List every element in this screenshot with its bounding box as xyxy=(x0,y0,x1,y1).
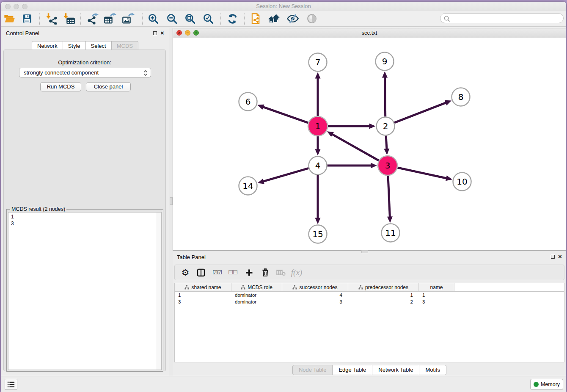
memory-button-label: Memory xyxy=(541,381,560,387)
unselect-all-icon[interactable]: ☐☐ xyxy=(226,266,239,279)
refresh-view-icon[interactable] xyxy=(225,12,239,25)
function-builder-icon: f(x) xyxy=(290,266,303,279)
zoom-out-icon[interactable] xyxy=(165,12,179,25)
tab-edge-table[interactable]: Edge Table xyxy=(333,365,372,375)
graph-node-label: 15 xyxy=(312,229,323,239)
export-image-icon[interactable] xyxy=(121,12,135,25)
table-row[interactable]: 3dominator323 xyxy=(175,298,564,305)
graph-edge-arrowhead xyxy=(371,163,377,168)
export-network-icon[interactable] xyxy=(85,12,100,25)
optimization-criterion-select[interactable]: strongly connected component xyxy=(19,68,151,77)
mcds-result-text: 1 3 xyxy=(11,213,14,227)
add-column-icon[interactable] xyxy=(242,266,256,279)
table-panel-float-icon[interactable] xyxy=(551,255,555,259)
panel-menu-button[interactable] xyxy=(5,379,17,390)
network-canvas[interactable]: 7968124314101511 xyxy=(173,38,566,250)
tab-network-table[interactable]: Network Table xyxy=(372,365,419,375)
graph-edge-2-9[interactable] xyxy=(385,76,385,116)
zoom-fit-icon[interactable] xyxy=(183,12,197,25)
graph-node-label: 8 xyxy=(458,92,464,102)
import-network-file-icon[interactable] xyxy=(44,12,59,25)
list-icon xyxy=(7,381,15,388)
open-file-icon[interactable] xyxy=(2,12,17,25)
control-panel-float-icon[interactable] xyxy=(153,31,157,35)
control-panel-title: Control Panel xyxy=(6,30,39,36)
table-panel-header: Table Panel × xyxy=(173,252,566,262)
column-header-label: name xyxy=(430,284,443,290)
table-cell[interactable]: 1 xyxy=(419,293,454,298)
clone-network-icon[interactable] xyxy=(248,12,263,25)
first-neighbors-icon[interactable] xyxy=(267,12,281,25)
network-view-titlebar[interactable]: × − + scc.txt xyxy=(173,28,566,38)
table-cell[interactable]: 1 xyxy=(348,293,419,298)
table-header-row: shared nameMCDS rolesuccessor nodesprede… xyxy=(175,283,564,292)
table-cell[interactable]: 3 xyxy=(419,299,454,304)
graph-edge-arrowhead xyxy=(315,72,321,79)
table-body: 1dominator4113dominator323 xyxy=(175,292,564,305)
table-cell[interactable]: 1 xyxy=(175,293,231,298)
network-graph[interactable]: 7968124314101511 xyxy=(173,38,566,250)
graph-edge-3-1[interactable] xyxy=(331,134,379,160)
table-cell[interactable]: dominator xyxy=(231,299,282,304)
graph-edge-1-6[interactable] xyxy=(262,107,308,123)
table-cell[interactable]: 3 xyxy=(282,299,348,304)
node-table[interactable]: shared nameMCDS rolesuccessor nodesprede… xyxy=(174,283,564,362)
split-view-icon[interactable] xyxy=(194,266,208,279)
graph-node-label: 7 xyxy=(315,57,321,67)
graph-edge-3-11[interactable] xyxy=(388,176,390,218)
table-cell[interactable]: dominator xyxy=(231,293,282,298)
graph-edge-arrowhead xyxy=(382,71,388,77)
table-cell[interactable]: 4 xyxy=(282,293,348,298)
result-scrollbar[interactable] xyxy=(156,213,161,370)
delete-selected-icon[interactable] xyxy=(259,266,272,279)
chevron-up-down-icon xyxy=(143,69,148,77)
graph-edge-arrowhead xyxy=(446,176,452,181)
column-header-successor-nodes[interactable]: successor nodes xyxy=(282,283,348,291)
status-bar: Memory xyxy=(1,376,566,392)
column-header-shared-name[interactable]: shared name xyxy=(175,283,231,291)
table-settings-icon[interactable]: ⚙ xyxy=(179,266,192,279)
export-table-icon[interactable] xyxy=(103,12,117,25)
control-panel-close-icon[interactable]: × xyxy=(160,29,164,37)
close-panel-button[interactable]: Close panel xyxy=(86,82,131,91)
table-panel-close-icon[interactable]: × xyxy=(558,252,562,261)
toolbar-separator xyxy=(244,13,245,25)
hide-details-icon[interactable] xyxy=(305,12,319,25)
graph-node-label: 11 xyxy=(385,228,396,238)
table-cell[interactable]: 3 xyxy=(175,299,231,304)
vertical-splitter[interactable] xyxy=(169,28,173,376)
graph-edge-arrowhead xyxy=(315,149,321,156)
tab-motifs[interactable]: Motifs xyxy=(419,365,446,375)
memory-button[interactable]: Memory xyxy=(530,379,563,390)
network-view-title: scc.txt xyxy=(173,28,566,38)
table-cell[interactable]: 2 xyxy=(348,299,419,304)
graph-edge-4-14[interactable] xyxy=(262,168,308,182)
splitter-grip[interactable] xyxy=(170,197,173,205)
zoom-selected-icon[interactable] xyxy=(201,12,215,25)
mcds-panel: Optimization criterion: strongly connect… xyxy=(3,50,166,371)
save-session-icon[interactable] xyxy=(20,12,34,25)
select-all-icon[interactable]: ☑☑ xyxy=(210,266,224,279)
graph-node-label: 10 xyxy=(457,177,467,187)
column-header-name[interactable]: name xyxy=(419,283,454,291)
mcds-result-textarea[interactable]: 1 3 xyxy=(8,212,162,370)
zoom-in-icon[interactable] xyxy=(146,12,160,25)
attribute-icon xyxy=(184,285,189,290)
toggle-graphics-details-icon[interactable] xyxy=(286,12,300,25)
import-table-file-icon[interactable] xyxy=(62,12,76,25)
graph-edge-2-3[interactable] xyxy=(386,135,387,150)
graph-edge-2-8[interactable] xyxy=(394,102,447,123)
column-header-MCDS-role[interactable]: MCDS role xyxy=(231,283,282,291)
toolbar-separator xyxy=(142,13,143,25)
column-header-predecessor-nodes[interactable]: predecessor nodes xyxy=(348,283,419,291)
delete-table-icon xyxy=(274,266,288,279)
tab-node-table[interactable]: Node Table xyxy=(292,365,333,375)
column-header-label: shared name xyxy=(191,284,221,290)
column-header-label: successor nodes xyxy=(299,284,337,290)
run-mcds-button[interactable]: Run MCDS xyxy=(40,82,81,91)
graph-edge-arrowhead xyxy=(387,216,393,223)
graph-edge-3-10[interactable] xyxy=(397,168,447,178)
search-input[interactable] xyxy=(440,13,564,23)
optimization-criterion-label: Optimization criterion: xyxy=(4,59,165,66)
table-row[interactable]: 1dominator411 xyxy=(175,292,564,298)
